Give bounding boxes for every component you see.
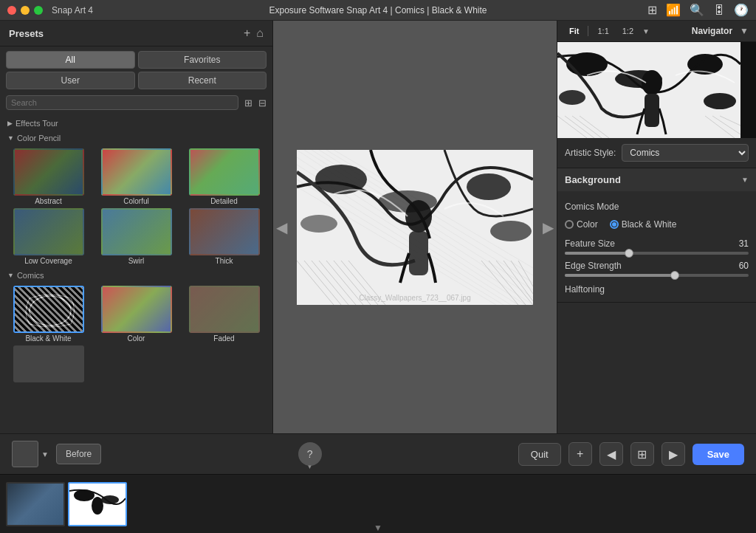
section-comics-label: Comics — [17, 271, 44, 280]
canvas-prev-arrow[interactable]: ◀ — [276, 219, 287, 236]
artistic-style-label: Artistic Style: — [565, 148, 616, 158]
svg-line-3 — [15, 287, 84, 333]
radio-color[interactable]: Color — [565, 219, 598, 230]
preset-bw[interactable]: Black & White — [6, 286, 91, 343]
svg-point-25 — [92, 497, 103, 515]
preset-low-coverage[interactable]: Low Coverage — [6, 208, 91, 265]
filmstrip-thumb-1[interactable] — [6, 482, 65, 526]
section-color-pencil[interactable]: Color Pencil — [3, 131, 269, 145]
canvas-next-arrow[interactable]: ▶ — [543, 219, 554, 236]
navigator-preview — [557, 42, 756, 138]
tab-recent[interactable]: Recent — [138, 72, 267, 89]
preset-abstract[interactable]: Abstract — [6, 148, 91, 205]
canvas-area: ◀ — [273, 21, 557, 433]
preset-label-swirl: Swirl — [128, 257, 145, 265]
preset-thick[interactable]: Thick — [182, 208, 267, 265]
grid-view-button[interactable]: ⊞ — [630, 442, 654, 466]
forward-button[interactable]: ▶ — [662, 442, 685, 466]
navigator-title: Navigator — [692, 26, 732, 36]
artistic-style-select[interactable]: Comics Color Pencil Watercolor — [622, 144, 749, 162]
preset-detailed[interactable]: Detailed — [182, 148, 267, 205]
halftoning-label: Halftoning — [565, 280, 749, 296]
sidebar-header: Presets + ⌂ — [0, 21, 272, 47]
svg-point-20 — [642, 70, 662, 95]
zoom-fit-button[interactable]: Fit — [565, 25, 583, 37]
artistic-style-row: Artistic Style: Comics Color Pencil Wate… — [557, 138, 756, 168]
save-button[interactable]: Save — [693, 444, 744, 465]
background-section-arrow: ▼ — [741, 176, 749, 184]
app-name: Snap Art 4 — [52, 5, 93, 16]
preset-partial[interactable] — [6, 345, 91, 382]
preset-label-thick: Thick — [216, 257, 233, 265]
maximize-button[interactable] — [34, 6, 43, 15]
add-preset-button[interactable]: + — [244, 27, 250, 40]
feature-size-thumb[interactable] — [625, 249, 633, 258]
preset-label-detailed: Detailed — [210, 197, 238, 205]
search-icon[interactable]: 🔍 — [690, 3, 704, 17]
edge-strength-value: 60 — [739, 261, 749, 271]
search-input[interactable] — [6, 95, 238, 110]
section-effects-tour[interactable]: Effects Tour — [3, 116, 269, 131]
preset-faded[interactable]: Faded — [182, 286, 267, 343]
list-icon[interactable]: ⊟ — [258, 97, 267, 109]
titlebar-right-icons: ⊞ 📶 🔍 🎛 🕐 — [647, 3, 749, 17]
comics-grid: Black & White Color Faded — [3, 283, 269, 385]
filmstrip-thumb-2[interactable] — [68, 482, 127, 526]
tab-favorites[interactable]: Favorites — [138, 51, 267, 69]
preset-label-low-coverage: Low Coverage — [24, 257, 72, 265]
edge-strength-track[interactable] — [565, 274, 749, 277]
radio-circle-bw — [610, 220, 619, 229]
preset-label-faded: Faded — [213, 334, 234, 343]
preset-color-comics[interactable]: Color — [94, 286, 179, 343]
preset-thumb-swirl — [101, 208, 172, 255]
before-button[interactable]: Before — [56, 444, 101, 464]
filmstrip-thumb-inner-1 — [7, 484, 63, 525]
feature-size-value: 31 — [739, 238, 749, 249]
preset-thumb-low — [13, 208, 84, 255]
close-button[interactable] — [7, 6, 16, 15]
preview-inner — [15, 446, 35, 462]
edge-strength-label: Edge Strength — [565, 261, 622, 271]
preset-thumb-partial — [13, 345, 84, 382]
navigator-expand-icon[interactable]: ▼ — [740, 26, 749, 36]
svg-line-2 — [15, 287, 84, 333]
back-button[interactable]: ◀ — [599, 442, 623, 466]
zoom-divider — [588, 26, 588, 36]
quit-button[interactable]: Quit — [518, 443, 561, 466]
svg-rect-0 — [15, 287, 84, 333]
tab-user[interactable]: User — [6, 72, 135, 89]
feature-size-label-row: Feature Size 31 — [565, 238, 749, 249]
preset-label-bw: Black & White — [25, 334, 71, 343]
preset-colorful[interactable]: Colorful — [94, 148, 179, 205]
help-button[interactable]: ? ▼ — [298, 442, 322, 466]
add-image-button[interactable]: + — [568, 442, 592, 466]
zoom-1-1-button[interactable]: 1:1 — [593, 25, 613, 37]
zoom-dropdown-arrow[interactable]: ▼ — [642, 27, 650, 35]
background-section-header[interactable]: Background ▼ — [557, 168, 756, 191]
grid-icon[interactable]: ⊞ — [244, 97, 252, 109]
radio-label-bw: Black & White — [622, 219, 677, 230]
background-section: Background ▼ Comics Mode Color Black & W… — [557, 168, 756, 303]
section-comics[interactable]: Comics — [3, 268, 269, 283]
preview-dropdown-arrow[interactable]: ▼ — [41, 450, 49, 458]
fullscreen-icon[interactable]: ⊞ — [647, 3, 657, 17]
control-center-icon[interactable]: 🎛 — [713, 4, 725, 17]
home-button[interactable]: ⌂ — [256, 27, 264, 40]
background-section-title: Background — [565, 174, 621, 185]
section-color-pencil-label: Color Pencil — [17, 134, 61, 142]
canvas-image — [297, 150, 533, 305]
comics-mode-options: Color Black & White — [565, 216, 749, 235]
preset-thumb-color-comics — [101, 286, 172, 333]
comics-mode-row: Comics Mode — [565, 197, 749, 216]
zoom-1-2-button[interactable]: 1:2 — [618, 25, 638, 37]
edge-strength-thumb[interactable] — [670, 271, 679, 280]
svg-point-18 — [559, 90, 585, 105]
tab-all[interactable]: All — [6, 51, 135, 69]
feature-size-track[interactable] — [565, 252, 749, 255]
clock-icon: 🕐 — [734, 3, 749, 17]
preset-thumb-colorful — [101, 148, 172, 196]
main-area: Presets + ⌂ All Favorites User Recent ⊞ … — [0, 21, 756, 433]
minimize-button[interactable] — [21, 6, 30, 15]
preset-swirl[interactable]: Swirl — [94, 208, 179, 265]
radio-bw[interactable]: Black & White — [610, 219, 677, 230]
